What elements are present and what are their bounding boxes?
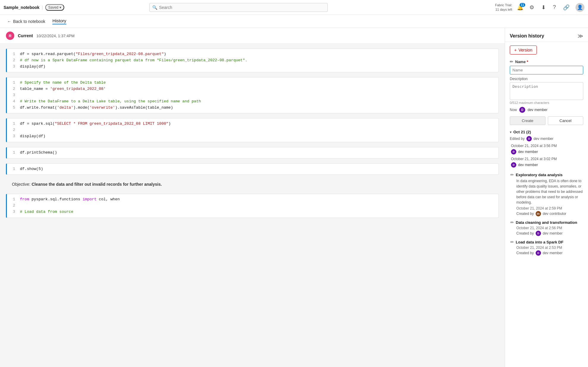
expand-panel-button[interactable]: ≫ [578,33,583,39]
back-to-notebook-label: Back to notebook [13,19,45,24]
line-number: 3 [10,64,15,70]
line-number: 3 [10,209,15,215]
cell-line: 1 df = spark.read.parquet("Files/green_t… [10,51,495,57]
notif-badge: 11 [520,3,525,7]
name-section-header: ✏ Name * [510,59,583,64]
pencil-icon: ✏ [510,59,513,64]
edited-by-label: Edited by [510,137,525,141]
desc-label: Description [510,77,583,81]
cell-line: 3 display(df) [10,64,495,70]
line-number: 1 [10,51,15,57]
history-entry-1: October 21, 2024 at 3:56 PM D dev member [510,144,583,154]
code-cell-2: 1 # Specify the name of the Delta table … [6,77,499,113]
line-number: 1 [10,150,15,156]
version-desc-textarea[interactable] [510,82,583,100]
back-to-notebook-button[interactable]: ← Back to notebook [5,18,48,25]
main-layout: R Current 10/22/2024, 1:37:4PM 1 df = sp… [0,28,588,367]
created-by-label: Created by [516,251,534,255]
fabric-trial: Fabric Trial: 11 days left [495,3,512,12]
edited-by-row: Edited by D dev member [510,136,583,141]
named-version-header: ✏ Data cleaning and transformation [510,220,583,225]
settings-icon[interactable]: ⚙ [528,3,535,12]
cell-line: 1 from pyspark.sql.functions import col,… [10,196,495,203]
now-label: Now [510,108,517,112]
line-number: 4 [10,99,15,105]
cells-container: 1 df = spark.read.parquet("Files/green_t… [0,44,505,223]
search-input[interactable] [149,3,328,12]
current-version-bar: R Current 10/22/2024, 1:37:4PM [0,28,505,44]
current-version-label: Current [18,33,33,38]
create-version-button[interactable]: Create [510,116,545,125]
add-version-button[interactable]: + Version [510,46,537,54]
plus-icon: + [514,48,517,52]
saved-label: Saved [48,5,58,10]
current-version-avatar: R [6,32,14,40]
notebook-area: R Current 10/22/2024, 1:37:4PM 1 df = sp… [0,28,505,367]
version-name-input[interactable] [510,66,583,74]
code-cell-6: 1 from pyspark.sql.functions import col,… [6,194,499,218]
add-version-label: Version [518,48,532,52]
cell-line: 3 display(df) [10,133,495,140]
avatar[interactable]: 👤 [576,3,584,12]
entry-user: dev member [518,163,538,167]
download-icon[interactable]: ⬇ [540,3,547,12]
editor-label: dev member [534,137,553,141]
share-icon[interactable]: 🔗 [562,3,571,12]
search-bar: 🔍 [149,3,328,12]
version-panel-title: Version history [510,33,544,39]
edit-icon: ✏ [510,220,514,225]
line-number: 2 [10,127,15,133]
current-version-date: 10/22/2024, 1:37:4PM [37,34,75,38]
edit-icon: ✏ [510,172,514,177]
editor-avatar: D [526,136,532,141]
edit-icon: ✏ [510,240,514,244]
named-version-desc: In data engineering, EDA is often done t… [510,178,583,205]
named-version-header: ✏ Exploratory data analysis [510,172,583,177]
name-section: ✏ Name * Description 0/512 maximum chara… [510,59,583,125]
entry-date: October 21, 2024 at 3:56 PM [511,144,583,148]
saved-badge[interactable]: Saved ▾ [45,4,64,11]
version-panel-header: Version history ≫ [505,28,588,42]
cell-line: 3 [10,92,495,99]
notifications-button[interactable]: 🔔 11 [517,4,523,11]
created-by-label: Created by [516,212,534,216]
named-version-title: Exploratory data analysis [516,173,563,177]
objective-content: Cleanse the data and filter out invalid … [32,182,162,187]
dev-member-name: dev member [543,231,563,235]
line-number: 2 [10,203,15,209]
history-entry-2: October 21, 2024 at 3:02 PM D dev member [510,157,583,168]
char-count: 0/512 maximum characters [510,101,583,104]
cancel-version-button[interactable]: Cancel [548,116,584,125]
back-arrow-icon: ← [7,19,11,24]
cell-line: 1 # Specify the name of the Delta table [10,80,495,86]
action-buttons: Create Cancel [510,116,583,125]
contributor-avatar: dc [536,211,541,216]
named-version-date: October 21, 2024 at 2:53 PM [510,246,583,250]
named-version-date: October 21, 2024 at 2:59 PM [510,206,583,210]
named-version-eda: ✏ Exploratory data analysis In data engi… [510,172,583,216]
code-cell-1: 1 df = spark.read.parquet("Files/green_t… [6,49,499,72]
entry-date: October 21, 2024 at 3:02 PM [511,157,583,161]
objective-prefix: Objective: [12,182,32,187]
line-number: 1 [10,196,15,203]
entry-user-row: D dev member [511,149,583,154]
help-icon[interactable]: ? [552,3,557,12]
cell-line: 2 [10,203,495,209]
top-bar-right: Fabric Trial: 11 days left 🔔 11 ⚙ ⬇ ? 🔗 … [495,3,584,12]
code-cell-5: 1 df.show(5) [6,163,499,175]
name-label: Name * [515,60,528,64]
named-version-load: ✏ Load data into a Spark DF October 21, … [510,240,583,256]
cell-line: 1 df.printSchema() [10,150,495,156]
chevron-down-icon: ▾ [59,5,61,10]
line-number: 3 [10,133,15,140]
history-tab[interactable]: History [52,18,66,24]
entry-user-row: D dev member [511,162,583,168]
named-version-title: Load data into a Spark DF [516,240,563,244]
search-icon: 🔍 [152,5,157,10]
dev-member-name: dev member [528,108,548,112]
contributor-name: dev contributor [543,212,566,216]
line-number: 2 [10,86,15,92]
cell-line: 2 [10,127,495,133]
named-version-header: ✏ Load data into a Spark DF [510,240,583,244]
cell-line: 1 df = spark.sql("SELECT * FROM green_tr… [10,121,495,127]
